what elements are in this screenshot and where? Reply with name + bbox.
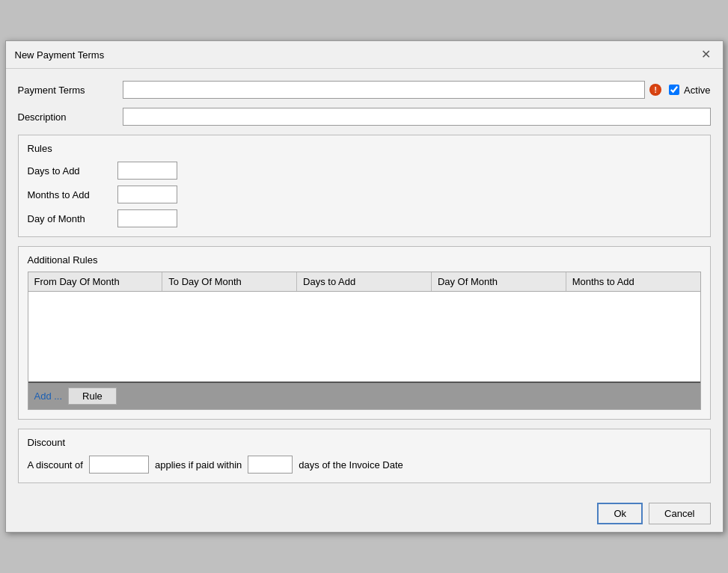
months-to-add-row: Months to Add [28,186,701,203]
title-bar: New Payment Terms ✕ [6,41,723,69]
col-to-day: To Day Of Month [162,272,297,291]
discount-value-input[interactable] [89,456,149,474]
table-body [28,292,700,382]
rules-title: Rules [28,143,701,154]
dialog-window: New Payment Terms ✕ Payment Terms ! Acti… [5,40,724,533]
discount-prefix: A discount of [28,459,83,471]
description-input[interactable] [123,108,711,126]
active-checkbox[interactable] [669,85,679,95]
day-of-month-input[interactable] [117,209,177,227]
additional-rules-table: From Day Of Month To Day Of Month Days t… [28,272,701,410]
months-to-add-label: Months to Add [28,189,110,200]
day-of-month-row: Day of Month [28,209,701,227]
active-label: Active [684,85,710,96]
col-months-to-add: Months to Add [566,272,700,291]
days-to-add-label: Days to Add [28,165,110,177]
discount-middle: applies if paid within [155,459,242,471]
description-label: Description [18,111,115,123]
discount-section: Discount A discount of applies if paid w… [18,429,711,483]
description-row: Description [18,108,711,126]
additional-rules-title: Additional Rules [28,254,701,266]
close-button[interactable]: ✕ [698,47,714,62]
table-header: From Day Of Month To Day Of Month Days t… [28,272,700,292]
table-footer: Add ... Rule [28,382,700,409]
day-of-month-label: Day of Month [28,213,110,224]
payment-terms-label: Payment Terms [18,85,115,96]
additional-rules-section: Additional Rules From Day Of Month To Da… [18,246,711,420]
add-link[interactable]: Add ... [34,390,63,402]
rule-button[interactable]: Rule [68,387,117,405]
dialog-title: New Payment Terms [15,49,105,61]
col-days-to-add: Days to Add [297,272,432,291]
dialog-body: Payment Terms ! Active Description Rules… [6,69,723,495]
discount-suffix: days of the Invoice Date [299,459,403,471]
required-icon: ! [649,84,661,96]
discount-days-input[interactable] [248,456,293,474]
payment-terms-input[interactable] [123,81,646,99]
days-to-add-input[interactable] [117,162,177,180]
cancel-button[interactable]: Cancel [649,503,710,524]
col-day-of-month: Day Of Month [432,272,566,291]
payment-terms-row: Payment Terms ! Active [18,81,711,99]
dialog-footer: Ok Cancel [6,495,723,532]
rules-fields: Days to Add Months to Add Day of Month [28,162,701,227]
discount-row: A discount of applies if paid within day… [28,456,701,474]
days-to-add-row: Days to Add [28,162,701,180]
discount-title: Discount [28,437,701,448]
rules-section: Rules Days to Add Months to Add Day of M… [18,135,711,237]
ok-button[interactable]: Ok [597,503,643,524]
active-row: Active [669,85,710,96]
col-from-day: From Day Of Month [28,272,163,291]
months-to-add-input[interactable] [117,186,177,203]
